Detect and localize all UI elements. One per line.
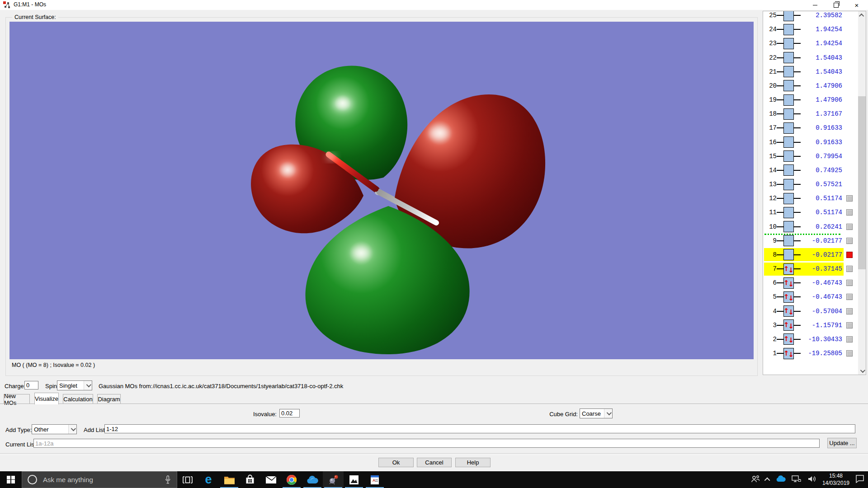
onedrive-icon[interactable]: [776, 475, 786, 484]
volume-icon[interactable]: [807, 475, 816, 485]
mo-row-12[interactable]: 120.51174: [764, 192, 854, 206]
tab-visualize[interactable]: Visualize: [34, 393, 59, 404]
cancel-button[interactable]: Cancel: [417, 458, 452, 467]
level-box[interactable]: [783, 94, 794, 106]
microphone-icon[interactable]: [164, 475, 171, 486]
taskbar-file-explorer[interactable]: [219, 471, 240, 488]
taskbar-store[interactable]: [240, 471, 260, 488]
people-icon[interactable]: [751, 475, 760, 485]
level-box[interactable]: [783, 221, 794, 232]
tab-calculation[interactable]: Calculation: [63, 394, 93, 404]
task-view-button[interactable]: [177, 471, 198, 488]
level-box[interactable]: [783, 150, 794, 162]
mo-row-14[interactable]: 140.74925: [764, 163, 854, 177]
level-box[interactable]: [783, 136, 794, 148]
mo-visible-checkbox[interactable]: [846, 336, 853, 343]
mo-visible-checkbox[interactable]: [846, 322, 853, 328]
taskbar-photos[interactable]: [344, 471, 364, 488]
level-box[interactable]: [783, 38, 794, 49]
mo-row-7[interactable]: 7↑↓-0.37145: [764, 262, 854, 276]
mo-row-6[interactable]: 6↑↓-0.46743: [764, 276, 854, 290]
taskbar-cloud-app[interactable]: [302, 471, 323, 488]
level-box[interactable]: [783, 235, 794, 246]
action-center-icon[interactable]: [855, 474, 864, 485]
mo-row-25[interactable]: 252.39582: [764, 11, 854, 23]
cube-grid-select[interactable]: Coarse: [580, 408, 613, 418]
mo-visible-checkbox[interactable]: [846, 266, 853, 272]
mo-visible-checkbox[interactable]: [846, 308, 853, 314]
mo-visible-checkbox[interactable]: [846, 280, 853, 286]
mo-visible-checkbox[interactable]: [846, 294, 853, 300]
isovalue-input[interactable]: 0.02: [279, 409, 300, 418]
level-box[interactable]: [783, 179, 794, 190]
mo-row-17[interactable]: 170.91633: [764, 121, 854, 135]
scroll-down-button[interactable]: [858, 367, 866, 375]
mo-row-20[interactable]: 201.47906: [764, 79, 854, 93]
mo-3d-viewport[interactable]: [9, 22, 754, 359]
start-button[interactable]: [0, 471, 22, 488]
mo-row-15[interactable]: 150.79954: [764, 149, 854, 163]
close-button[interactable]: ×: [849, 0, 864, 10]
mo-row-2[interactable]: 2↑↓-10.30433: [764, 332, 854, 346]
taskbar-chrome[interactable]: [281, 471, 302, 488]
update-button[interactable]: Update ...: [827, 438, 857, 448]
charge-input[interactable]: 0: [24, 381, 38, 389]
taskbar-clock[interactable]: 15:48 14/03/2019: [822, 473, 849, 487]
level-box[interactable]: [783, 207, 794, 218]
level-box[interactable]: [783, 24, 794, 35]
taskbar-edge[interactable]: e: [198, 471, 219, 488]
level-box[interactable]: [783, 66, 794, 77]
add-type-dropdown-button[interactable]: [68, 425, 76, 434]
level-box[interactable]: [783, 80, 794, 91]
mo-row-24[interactable]: 241.94254: [764, 23, 854, 37]
mo-row-19[interactable]: 191.47906: [764, 93, 854, 107]
scrollbar-thumb[interactable]: [858, 96, 866, 269]
mo-visible-checkbox[interactable]: [846, 209, 853, 216]
mo-list-scrollbar[interactable]: [858, 11, 866, 375]
restore-button[interactable]: [828, 0, 844, 10]
mo-row-13[interactable]: 130.57521: [764, 178, 854, 192]
mo-visible-checkbox[interactable]: [846, 238, 853, 244]
occupied-level-box[interactable]: ↑↓: [783, 348, 794, 359]
current-list-input[interactable]: 1a-12a: [33, 439, 820, 448]
mo-visible-checkbox[interactable]: [846, 224, 853, 230]
occupied-level-box[interactable]: ↑↓: [783, 263, 794, 275]
occupied-level-box[interactable]: ↑↓: [783, 319, 794, 331]
mo-row-3[interactable]: 3↑↓-1.15791: [764, 318, 854, 332]
occupied-level-box[interactable]: ↑↓: [783, 277, 794, 289]
level-box[interactable]: [783, 108, 794, 120]
mo-visible-checkbox[interactable]: [846, 350, 853, 357]
cube-grid-dropdown-button[interactable]: [604, 409, 612, 418]
help-button[interactable]: Help: [455, 458, 491, 467]
occupied-level-box[interactable]: ↑↓: [783, 333, 794, 345]
mo-row-16[interactable]: 160.91633: [764, 135, 854, 149]
mo-visible-checkbox[interactable]: [846, 195, 853, 202]
tab-new-mos[interactable]: New MOs: [4, 394, 30, 404]
mo-row-18[interactable]: 181.37167: [764, 107, 854, 121]
mo-row-10[interactable]: 100.26241: [764, 220, 854, 234]
mo-row-9[interactable]: 9-0.02177: [764, 234, 854, 248]
mo-row-8[interactable]: 8-0.02177: [764, 248, 854, 262]
occupied-level-box[interactable]: ↑↓: [783, 305, 794, 317]
add-type-select[interactable]: Other: [32, 424, 77, 434]
network-icon[interactable]: [792, 475, 802, 485]
minimize-button[interactable]: [807, 0, 823, 10]
level-box[interactable]: [783, 249, 794, 260]
spin-select[interactable]: Singlet: [57, 380, 92, 390]
taskbar-search-input[interactable]: Ask me anything: [22, 471, 177, 488]
spin-dropdown-button[interactable]: [84, 381, 92, 390]
level-box[interactable]: [783, 122, 794, 134]
add-list-input[interactable]: 1-12: [104, 424, 855, 433]
occupied-level-box[interactable]: ↑↓: [783, 291, 794, 303]
ok-button[interactable]: Ok: [378, 458, 414, 467]
mo-row-11[interactable]: 110.51174: [764, 206, 854, 220]
mo-row-5[interactable]: 5↑↓-0.46743: [764, 290, 854, 304]
level-box[interactable]: [783, 164, 794, 176]
taskbar-gaussview[interactable]: [323, 471, 344, 488]
mo-row-1[interactable]: 1↑↓-19.25805: [764, 347, 854, 361]
level-box[interactable]: [783, 11, 794, 21]
level-box[interactable]: [783, 193, 794, 204]
taskbar-mail[interactable]: [260, 471, 281, 488]
taskbar-document-app[interactable]: A: [364, 471, 385, 488]
mo-row-4[interactable]: 4↑↓-0.57004: [764, 304, 854, 318]
